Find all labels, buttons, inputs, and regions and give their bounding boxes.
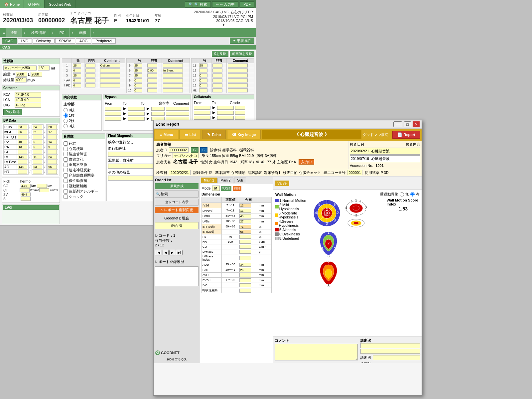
stenosis-pct-input[interactable] [199, 68, 207, 72]
bypass-to-1[interactable] [128, 107, 145, 111]
stenosis-pct-input[interactable] [199, 88, 207, 92]
nav-tab-pci[interactable]: PCI [56, 28, 70, 37]
stenosis-comment-input[interactable] [228, 73, 248, 77]
co-thermo-input[interactable] [37, 184, 47, 188]
echo-report-button[interactable]: 📄 Report [392, 131, 420, 139]
echo-menu-button[interactable]: ≡ Menu [155, 130, 178, 139]
lesion-0-radio[interactable] [64, 108, 68, 112]
bp-v1-input[interactable] [18, 170, 27, 174]
stenosis-ffr-input[interactable] [85, 68, 95, 72]
stenosis-ffr-input[interactable] [212, 78, 222, 82]
main1-tab[interactable]: Main 1 [201, 178, 217, 183]
stenosis-comment-input[interactable] [100, 73, 120, 77]
bp-v3-input[interactable] [48, 130, 57, 134]
bypass-to-2[interactable] [128, 112, 145, 116]
sub-tab-lvg[interactable]: LVG [18, 38, 32, 44]
stenosis-ffr-input[interactable] [212, 73, 222, 77]
stenosis-pct-input[interactable] [73, 68, 81, 72]
meas-value-input[interactable] [239, 283, 251, 287]
meas-value-input[interactable] [239, 250, 251, 254]
echo-echo-button[interactable]: ✎ Echo [202, 130, 226, 139]
stenosis-pct-input[interactable] [73, 64, 81, 67]
bypass-from-2[interactable] [105, 112, 121, 116]
sub-tab-cag[interactable]: CAG [2, 38, 17, 44]
coll-from-3[interactable] [194, 116, 210, 120]
lesion-3-radio[interactable] [64, 124, 68, 128]
all-records-button[interactable]: 全レコード表示 [155, 199, 199, 205]
meas-value-input[interactable] [239, 278, 251, 282]
stenosis-pct-input[interactable] [134, 73, 142, 77]
comp-dissection-check[interactable] [64, 184, 68, 188]
bp-v1-input[interactable] [18, 130, 27, 134]
stenosis-pct-input[interactable] [73, 73, 81, 77]
bp-v2-input[interactable] [33, 140, 42, 144]
stenosis-pct-input[interactable] [134, 68, 142, 72]
rca-input[interactable] [15, 92, 41, 97]
patient-attr-button[interactable]: ✦ 患者属性 [230, 38, 254, 44]
stenosis-ffr-input[interactable] [212, 88, 222, 92]
input-button[interactable]: ✏ ✏ 入力中 [212, 1, 238, 8]
search-record-button[interactable]: 🔍 検索 [155, 191, 199, 198]
meas-value-input[interactable] [239, 256, 251, 260]
lesion-2-radio[interactable] [64, 119, 68, 123]
stenosis-ffr-input[interactable] [212, 83, 222, 87]
wm-no-radio[interactable] [400, 192, 404, 197]
comp-hematoma-check[interactable] [64, 173, 68, 178]
nav-next-button[interactable]: ▶ [169, 250, 175, 255]
meas-value-input[interactable] [239, 214, 251, 218]
meas-value-input[interactable] [239, 230, 251, 234]
menu-icon[interactable]: ≡ [2, 31, 6, 35]
coll-from-2[interactable] [194, 111, 210, 115]
stenosis-pct-input[interactable] [134, 64, 142, 67]
diagnosis-input1[interactable] [360, 343, 420, 348]
bypass-rate-1[interactable] [151, 107, 165, 111]
stenosis-comment-input[interactable] [163, 73, 183, 77]
echo-close-button[interactable]: ✕ [413, 121, 420, 127]
bp-v2-input[interactable] [33, 150, 42, 154]
stenosis-ffr-input[interactable] [147, 73, 157, 77]
echo-keyimage-button[interactable]: 🖼 Key Image [227, 130, 261, 139]
stenosis-ffr-input[interactable] [212, 68, 222, 72]
exam-history-2[interactable]: 2019/07/19 心臓超音波 [350, 155, 420, 162]
coll-to-2[interactable] [217, 111, 234, 115]
sub-tab[interactable]: Sub [234, 178, 246, 183]
stenosis-comment-input[interactable] [228, 64, 248, 67]
meas-value-input[interactable] [239, 209, 251, 213]
bypass-from-1[interactable] [105, 107, 121, 111]
bp-v3-input[interactable] [48, 140, 57, 144]
bp-v1-input[interactable] [18, 140, 27, 144]
bp-v2-input[interactable] [33, 155, 42, 159]
bp-v1-input[interactable] [18, 145, 27, 149]
f-val-input[interactable] [16, 72, 27, 77]
ci-fick-input[interactable] [20, 188, 30, 192]
bypass-comment-2[interactable] [166, 112, 189, 116]
bp-v1-input[interactable] [18, 155, 27, 159]
search-button[interactable]: 🔍 🔍 検索 [185, 1, 211, 8]
sub-tab-oximetry[interactable]: Oximetry [33, 38, 55, 44]
stenosis-comment-input[interactable] [163, 78, 183, 82]
main2-tab[interactable]: Main 2 [217, 178, 233, 183]
meas-value-input[interactable] [239, 203, 251, 207]
stenosis-ffr-input[interactable] [147, 68, 157, 72]
stenosis-pct-input[interactable] [73, 83, 81, 87]
comment-textarea[interactable] [275, 344, 358, 360]
total-val-input[interactable] [15, 77, 27, 82]
stenosis-comment-input[interactable] [228, 88, 248, 92]
meas-value-input[interactable] [239, 219, 251, 223]
stenosis-pct-input[interactable] [134, 88, 142, 92]
stenosis-pct-input[interactable] [73, 78, 81, 82]
stenosis-ffr-input[interactable] [85, 83, 95, 87]
new-record-button[interactable]: 新規作成 [155, 183, 199, 189]
bp-v1-input[interactable] [18, 125, 27, 129]
stenosis-comment-input[interactable] [228, 68, 248, 72]
stenosis-comment-input[interactable] [228, 78, 248, 82]
stenosis-comment-input[interactable] [100, 68, 120, 72]
sv-input[interactable] [21, 193, 31, 197]
bp-v2-input[interactable] [33, 145, 42, 149]
bp-v3-input[interactable] [48, 165, 57, 169]
comp-perforation-check[interactable] [64, 157, 68, 162]
current-mode-button[interactable]: 5欠如 [221, 186, 231, 191]
bp-v3-input[interactable] [48, 155, 57, 159]
bp-v3-input[interactable] [48, 145, 57, 149]
coll-grade-1[interactable] [235, 106, 245, 110]
